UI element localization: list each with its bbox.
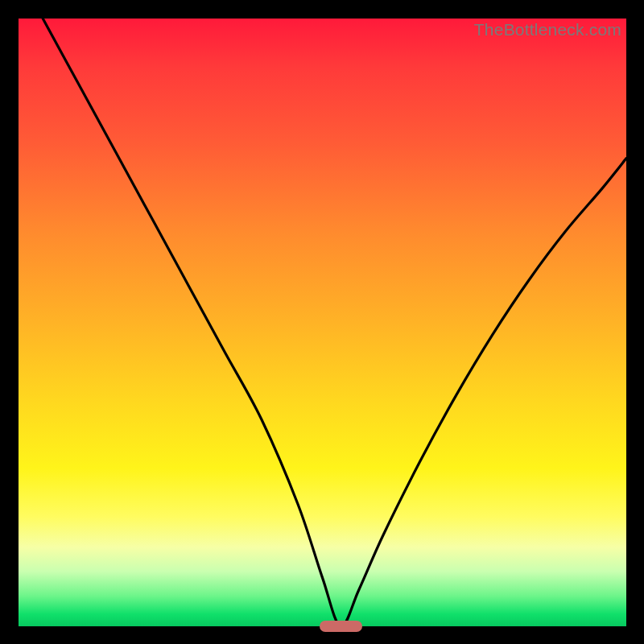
plot-area: TheBottleneck.com: [19, 19, 626, 626]
chart-frame: TheBottleneck.com: [0, 0, 644, 644]
optimum-marker: [320, 621, 362, 632]
bottleneck-curve: [19, 19, 626, 626]
curve-path: [43, 19, 626, 626]
